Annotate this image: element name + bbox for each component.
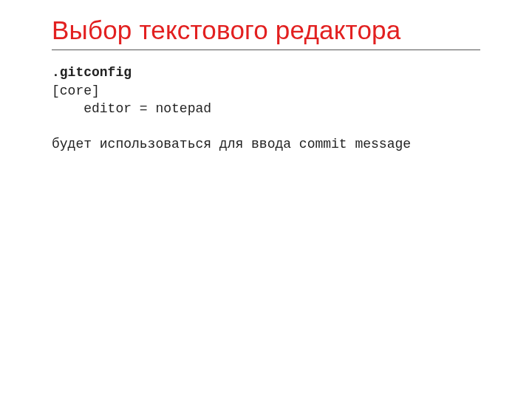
code-filename: .gitconfig <box>52 65 132 80</box>
slide: Выбор текстового редактора .gitconfig [c… <box>0 0 532 399</box>
slide-title: Выбор текстового редактора <box>52 15 480 45</box>
code-line-section: [core] <box>52 83 100 98</box>
code-line-editor: editor = notepad <box>52 101 211 116</box>
title-divider <box>52 50 480 50</box>
description-text: будет использоваться для ввода commit me… <box>52 135 480 153</box>
gitconfig-snippet: .gitconfig [core] editor = notepad <box>52 64 480 117</box>
